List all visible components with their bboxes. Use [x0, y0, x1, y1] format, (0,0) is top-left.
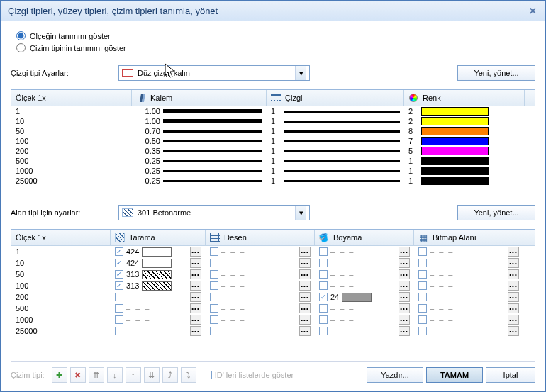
th-color[interactable]: Renk [404, 90, 525, 106]
browse-button[interactable]: ••• [508, 292, 519, 302]
browse-button[interactable]: ••• [399, 303, 410, 313]
browse-button[interactable]: ••• [190, 315, 201, 325]
table-row[interactable]: 200– – –•••– – –•••24•••– – –••• [11, 291, 535, 303]
checkbox[interactable] [319, 304, 328, 313]
th-scale[interactable]: Ölçek 1x [11, 90, 132, 106]
browse-button[interactable]: ••• [299, 269, 311, 279]
export-button[interactable]: ⤴ [162, 367, 178, 383]
table-row[interactable]: 2000.3515 [11, 146, 535, 156]
browse-button[interactable]: ••• [508, 269, 519, 279]
checkbox[interactable] [418, 304, 427, 313]
checkbox[interactable] [319, 293, 328, 301]
table-row[interactable]: 100313•••– – –•••– – –•••– – –••• [11, 280, 535, 291]
browse-button[interactable]: ••• [299, 326, 311, 336]
browse-button[interactable]: ••• [190, 247, 201, 257]
th-line[interactable]: Çizgi [267, 90, 404, 106]
checkbox[interactable] [418, 293, 427, 301]
radio-scale-input[interactable] [16, 31, 26, 40]
th-pen[interactable]: Kalem [132, 90, 267, 106]
checkbox[interactable] [115, 293, 123, 301]
th2-bitmap[interactable]: Bitmap Alanı [414, 230, 523, 245]
table-row[interactable]: 50313•••– – –•••– – –•••– – –••• [11, 269, 535, 280]
areastyle-select[interactable]: 301 Betonarme ▾ [118, 205, 310, 220]
table-row[interactable]: 500– – –•••– – –•••– – –•••– – –••• [11, 303, 535, 314]
browse-button[interactable]: ••• [190, 269, 201, 279]
browse-button[interactable]: ••• [190, 292, 201, 302]
move-top-button[interactable]: ⇈ [89, 367, 104, 383]
checkbox[interactable] [210, 270, 218, 279]
checkbox[interactable] [115, 259, 123, 267]
checkbox[interactable] [210, 304, 218, 313]
radio-style[interactable]: Çizim tipinin tanımını göster [16, 43, 535, 52]
table-row[interactable]: 1000.5017 [11, 136, 535, 146]
browse-button[interactable]: ••• [399, 269, 410, 279]
checkbox[interactable] [418, 270, 427, 279]
chevron-down-icon[interactable]: ▾ [295, 206, 306, 220]
cancel-button[interactable]: İptal [486, 367, 535, 383]
table-row[interactable]: 101.0012 [11, 116, 535, 126]
table-row[interactable]: 5000.2511 [11, 156, 535, 166]
checkbox[interactable] [418, 315, 427, 324]
move-bottom-button[interactable]: ⇊ [144, 367, 160, 383]
add-button[interactable]: ✚ [52, 367, 67, 383]
browse-button[interactable]: ••• [508, 258, 519, 268]
browse-button[interactable]: ••• [299, 303, 311, 313]
delete-button[interactable]: ✖ [70, 367, 86, 383]
browse-button[interactable]: ••• [299, 258, 311, 268]
browse-button[interactable]: ••• [508, 303, 519, 313]
table-row[interactable]: 500.7018 [11, 126, 535, 136]
checkbox[interactable] [115, 315, 123, 324]
checkbox[interactable] [210, 327, 218, 335]
areastyle-new-manage-button[interactable]: Yeni, yönet... [457, 205, 535, 220]
table-row[interactable]: 1424•••– – –•••– – –•••– – –••• [11, 246, 535, 257]
browse-button[interactable]: ••• [190, 303, 201, 313]
browse-button[interactable]: ••• [399, 292, 410, 302]
browse-button[interactable]: ••• [508, 247, 519, 257]
radio-style-input[interactable] [16, 43, 26, 52]
browse-button[interactable]: ••• [190, 326, 201, 336]
checkbox[interactable] [210, 315, 218, 324]
table-row[interactable]: 25000– – –•••– – –•••– – –•••– – –••• [11, 325, 535, 337]
ok-button[interactable]: TAMAM [426, 367, 483, 383]
checkbox[interactable] [319, 327, 328, 335]
print-button[interactable]: Yazdır... [367, 367, 423, 383]
checkbox[interactable] [115, 304, 123, 313]
checkbox[interactable] [210, 293, 218, 301]
import-button[interactable]: ⤵ [181, 367, 196, 383]
checkbox[interactable] [418, 281, 427, 290]
browse-button[interactable]: ••• [508, 326, 519, 336]
checkbox[interactable] [210, 281, 218, 290]
show-ids-option[interactable]: ID' leri listelerde göster [204, 371, 294, 379]
table-row[interactable]: 10000.2511 [11, 166, 535, 176]
browse-button[interactable]: ••• [190, 281, 201, 291]
checkbox[interactable] [210, 259, 218, 267]
checkbox[interactable] [319, 270, 328, 279]
checkbox[interactable] [115, 270, 123, 279]
checkbox[interactable] [319, 281, 328, 290]
browse-button[interactable]: ••• [508, 281, 519, 291]
table-row[interactable]: 10424•••– – –•••– – –•••– – –••• [11, 257, 535, 269]
checkbox[interactable] [319, 259, 328, 267]
th2-scale[interactable]: Ölçek 1x [11, 230, 111, 245]
show-ids-checkbox[interactable] [204, 371, 212, 379]
th2-pattern[interactable]: Desen [206, 230, 315, 245]
table-row[interactable]: 11.0012 [11, 106, 535, 116]
move-up-button[interactable]: ↑ [126, 367, 141, 383]
browse-button[interactable]: ••• [399, 281, 410, 291]
checkbox[interactable] [115, 247, 123, 256]
linestyle-new-manage-button[interactable]: Yeni, yönet... [457, 65, 535, 81]
checkbox[interactable] [418, 259, 427, 267]
browse-button[interactable]: ••• [508, 315, 519, 325]
browse-button[interactable]: ••• [299, 292, 311, 302]
radio-scale[interactable]: Ölçeğin tanımını göster [16, 31, 535, 40]
checkbox[interactable] [115, 327, 123, 335]
browse-button[interactable]: ••• [399, 258, 410, 268]
browse-button[interactable]: ••• [399, 315, 410, 325]
th2-fill[interactable]: Boyama [315, 230, 414, 245]
browse-button[interactable]: ••• [299, 315, 311, 325]
checkbox[interactable] [418, 327, 427, 335]
table-row[interactable]: 1000– – –•••– – –•••– – –•••– – –••• [11, 314, 535, 325]
checkbox[interactable] [418, 247, 427, 256]
browse-button[interactable]: ••• [190, 258, 201, 268]
move-down-button[interactable]: ↓ [107, 367, 123, 383]
